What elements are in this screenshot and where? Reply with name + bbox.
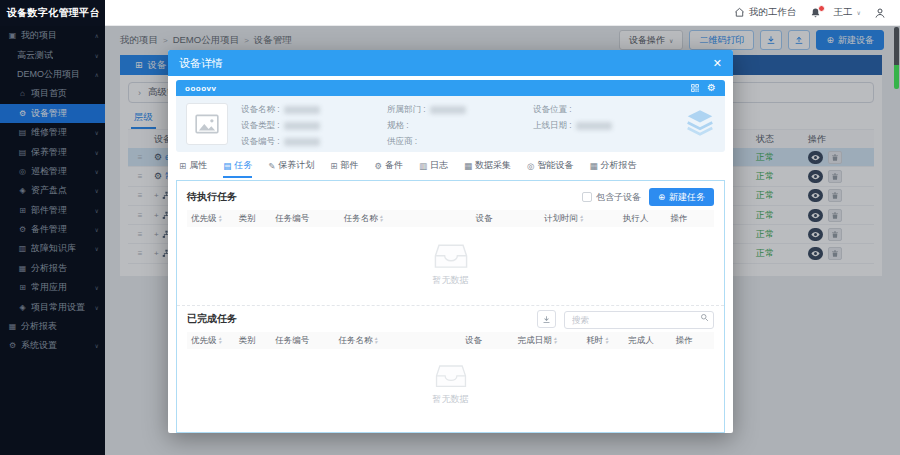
- device-detail-modal: 设备详情 ✕ oooovv ⚙: [168, 50, 733, 433]
- tab-任务[interactable]: ▤任务: [223, 159, 252, 178]
- tab-数据采集[interactable]: ▦数据采集: [464, 159, 511, 178]
- inbox-icon: [434, 243, 468, 270]
- completed-empty-state: 暂无数据: [187, 349, 714, 421]
- avatar[interactable]: [874, 7, 886, 19]
- chevron-down-icon: ∨: [857, 9, 861, 16]
- completed-table-header: 优先级▴▾类别任务编号任务名称▴▾设备完成日期▴▾耗时▴▾完成人操作: [187, 332, 714, 349]
- field-label: 规格 :: [387, 120, 409, 132]
- maintenance-icon: ✎: [268, 161, 275, 171]
- username: 王工: [834, 6, 853, 19]
- inbox-icon: [435, 364, 467, 389]
- download-icon: [542, 315, 551, 324]
- tab-label: 分析报告: [601, 159, 637, 172]
- tab-label: 智能设备: [538, 159, 574, 172]
- field-label: 设备名称 :: [241, 104, 280, 116]
- column-header: 任务编号: [271, 335, 334, 347]
- tab-部件[interactable]: ⊞部件: [330, 159, 358, 178]
- device-field: 设备位置 :: [533, 104, 679, 115]
- device-photo-placeholder: [186, 103, 228, 145]
- column-header: 执行人: [619, 213, 666, 225]
- include-children-checkbox[interactable]: 包含子设备: [582, 191, 641, 204]
- app-window: 设备数字化管理平台 ▣我的项目∧高云测试∨DEMO公用项目∧⌂项目首页⚙设备管理…: [0, 0, 900, 455]
- modal-body: oooovv ⚙ 设备名称 :设备类型 :设备编号 :所属部门: [168, 76, 733, 441]
- notifications-button[interactable]: [810, 7, 821, 19]
- plus-icon: ⊕: [658, 192, 665, 202]
- column-header: 设备: [461, 335, 514, 347]
- export-completed-button[interactable]: [537, 310, 556, 328]
- tab-label: 部件: [340, 159, 358, 172]
- search-icon[interactable]: [700, 313, 709, 322]
- device-field: 所属部门 :: [387, 104, 533, 115]
- column-header[interactable]: 任务名称▴▾: [340, 213, 472, 225]
- app-title: 设备数字化管理平台: [0, 0, 105, 26]
- layers-icon: [685, 109, 715, 140]
- tab-label: 保养计划: [278, 159, 314, 172]
- gear-icon[interactable]: ⚙: [707, 83, 716, 93]
- tab-label: 属性: [189, 159, 207, 172]
- device-field: 供应商 :: [387, 136, 533, 147]
- device-code: oooovv: [185, 84, 216, 93]
- field-label: 设备编号 :: [241, 136, 280, 148]
- device-card-header: oooovv ⚙: [176, 80, 725, 96]
- device-card-body: 设备名称 :设备类型 :设备编号 :所属部门 :规格 :供应商 :设备位置 :上…: [176, 96, 725, 152]
- tab-保养计划[interactable]: ✎保养计划: [268, 159, 314, 178]
- sort-icon[interactable]: ▴▾: [605, 337, 608, 344]
- user-menu[interactable]: 王工 ∨: [834, 6, 861, 19]
- new-task-button[interactable]: ⊕ 新建任务: [649, 188, 714, 206]
- pending-tasks-title: 待执行任务: [187, 190, 237, 204]
- notification-badge: [818, 5, 825, 12]
- device-field: 规格 :: [387, 120, 533, 131]
- search-input[interactable]: [564, 311, 714, 329]
- sort-icon[interactable]: ▴▾: [580, 215, 583, 222]
- field-label: 设备类型 :: [241, 120, 280, 132]
- task-icon: ▤: [223, 161, 231, 171]
- pending-empty-state: 暂无数据: [187, 227, 714, 303]
- qrcode-icon[interactable]: [690, 83, 700, 93]
- redacted-value: [284, 106, 320, 114]
- tab-分析报告[interactable]: ▦分析报告: [590, 159, 637, 178]
- empty-text: 暂无数据: [433, 393, 469, 406]
- tab-label: 数据采集: [475, 159, 511, 172]
- sort-icon[interactable]: ▴▾: [380, 215, 383, 222]
- column-header: 任务编号: [271, 213, 340, 225]
- smart-icon: ◎: [527, 161, 534, 171]
- redacted-value: [284, 122, 320, 130]
- detail-tabs: ⊞属性▤任务✎保养计划⊞部件⚙备件▥日志▦数据采集◎智能设备▦分析报告: [176, 158, 725, 178]
- workbench-link[interactable]: 我的工作台: [734, 6, 797, 19]
- scrollbar-thumb[interactable]: [894, 27, 899, 89]
- sort-icon[interactable]: ▴▾: [219, 215, 222, 222]
- tab-label: 备件: [385, 159, 403, 172]
- device-field: 设备类型 :: [241, 120, 387, 131]
- column-header: 设备: [472, 213, 541, 225]
- redacted-value: [430, 106, 466, 114]
- search-box: [564, 309, 714, 329]
- column-header: 类别: [234, 213, 271, 225]
- completed-tasks-title: 已完成任务: [187, 312, 237, 326]
- column-header[interactable]: 优先级▴▾: [187, 335, 234, 347]
- device-field: 设备名称 :: [241, 104, 387, 115]
- sort-icon[interactable]: ▴▾: [219, 337, 222, 344]
- field-label: 供应商 :: [387, 136, 417, 148]
- sort-icon[interactable]: ▴▾: [554, 337, 557, 344]
- home-icon: [734, 7, 745, 18]
- tab-备件[interactable]: ⚙备件: [374, 159, 403, 178]
- column-header: 操作: [672, 335, 714, 347]
- sort-icon[interactable]: ▴▾: [375, 337, 378, 344]
- column-header[interactable]: 任务名称▴▾: [335, 335, 461, 347]
- close-icon[interactable]: ✕: [713, 58, 722, 69]
- checkbox-icon: [582, 192, 592, 202]
- column-header[interactable]: 耗时▴▾: [582, 335, 624, 347]
- column-header[interactable]: 优先级▴▾: [187, 213, 234, 225]
- tab-日志[interactable]: ▥日志: [419, 159, 448, 178]
- data-icon: ▦: [464, 161, 472, 171]
- redacted-value: [284, 138, 320, 146]
- column-header[interactable]: 计划时间▴▾: [540, 213, 619, 225]
- column-header: 操作: [667, 213, 714, 225]
- column-header[interactable]: 完成日期▴▾: [514, 335, 583, 347]
- attribute-icon: ⊞: [179, 161, 186, 171]
- tab-智能设备[interactable]: ◎智能设备: [527, 159, 573, 178]
- device-fields: 设备名称 :设备类型 :设备编号 :所属部门 :规格 :供应商 :设备位置 :上…: [228, 103, 679, 147]
- tab-属性[interactable]: ⊞属性: [179, 159, 207, 178]
- divider: [177, 305, 724, 306]
- tab-label: 任务: [234, 159, 252, 172]
